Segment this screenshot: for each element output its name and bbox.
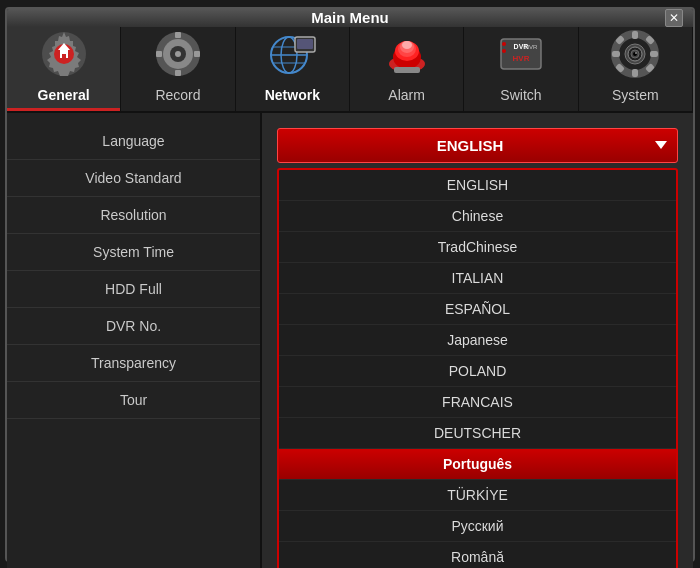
svg-point-32	[502, 49, 506, 53]
selected-language-label: ENGLISH	[437, 137, 504, 154]
left-panel: Language Video Standard Resolution Syste…	[7, 113, 262, 569]
lang-item[interactable]: Chinese	[279, 201, 676, 232]
tab-network[interactable]: Network	[236, 27, 350, 111]
menu-item-language[interactable]: Language	[7, 123, 260, 160]
svg-rect-36	[632, 69, 638, 77]
svg-point-31	[502, 42, 506, 46]
svg-rect-37	[612, 51, 620, 57]
switch-icon: DVR NVR HVR	[493, 27, 548, 82]
svg-point-47	[635, 52, 637, 54]
tab-record-label: Record	[155, 87, 200, 103]
menu-item-dvr-no[interactable]: DVR No.	[7, 308, 260, 345]
tab-network-label: Network	[265, 87, 320, 103]
lang-item[interactable]: ESPAÑOL	[279, 294, 676, 325]
language-dropdown-list[interactable]: ENGLISHChineseTradChineseITALIANESPAÑOLJ…	[277, 168, 678, 569]
lang-item[interactable]: ITALIAN	[279, 263, 676, 294]
svg-rect-26	[394, 67, 420, 73]
svg-rect-19	[297, 39, 313, 49]
svg-text:NVR: NVR	[525, 44, 538, 50]
title-bar: Main Menu ✕	[7, 9, 693, 27]
right-panel: ENGLISH ENGLISHChineseTradChineseITALIAN…	[262, 113, 693, 569]
general-icon	[36, 27, 91, 82]
lang-item[interactable]: FRANCAIS	[279, 387, 676, 418]
main-window: Main Menu ✕ General	[5, 7, 695, 562]
tab-alarm[interactable]: Alarm	[350, 27, 464, 111]
record-icon	[150, 27, 205, 82]
menu-item-tour[interactable]: Tour	[7, 382, 260, 419]
tab-alarm-label: Alarm	[388, 87, 425, 103]
lang-item[interactable]: Română	[279, 542, 676, 569]
tab-switch-label: Switch	[500, 87, 541, 103]
tab-general[interactable]: General	[7, 27, 121, 111]
svg-rect-12	[194, 51, 200, 57]
dropdown-arrow-icon	[655, 141, 667, 149]
svg-point-8	[175, 51, 181, 57]
language-dropdown-header[interactable]: ENGLISH	[277, 128, 678, 163]
lang-item[interactable]: POLAND	[279, 356, 676, 387]
svg-point-25	[402, 41, 412, 49]
window-title: Main Menu	[35, 9, 665, 26]
svg-rect-4	[62, 54, 66, 58]
network-icon	[265, 27, 320, 82]
lang-item[interactable]: TradChinese	[279, 232, 676, 263]
lang-item[interactable]: Русский	[279, 511, 676, 542]
svg-rect-10	[175, 70, 181, 76]
alarm-icon	[379, 27, 434, 82]
menu-item-video-standard[interactable]: Video Standard	[7, 160, 260, 197]
tab-record[interactable]: Record	[121, 27, 235, 111]
lang-item[interactable]: Português	[279, 449, 676, 480]
svg-rect-35	[632, 31, 638, 39]
menu-item-transparency[interactable]: Transparency	[7, 345, 260, 382]
system-icon	[608, 27, 663, 82]
nav-tabs: General Record	[7, 27, 693, 113]
tab-system-label: System	[612, 87, 659, 103]
lang-item[interactable]: DEUTSCHER	[279, 418, 676, 449]
lang-item[interactable]: ENGLISH	[279, 170, 676, 201]
tab-switch[interactable]: DVR NVR HVR Switch	[464, 27, 578, 111]
svg-rect-9	[175, 32, 181, 38]
menu-item-resolution[interactable]: Resolution	[7, 197, 260, 234]
lang-item[interactable]: Japanese	[279, 325, 676, 356]
menu-item-hdd-full[interactable]: HDD Full	[7, 271, 260, 308]
svg-rect-38	[650, 51, 658, 57]
svg-text:HVR: HVR	[513, 54, 530, 63]
content-area: Language Video Standard Resolution Syste…	[7, 113, 693, 569]
tab-system[interactable]: System	[579, 27, 693, 111]
language-list-inner: ENGLISHChineseTradChineseITALIANESPAÑOLJ…	[279, 170, 676, 569]
close-button[interactable]: ✕	[665, 9, 683, 27]
menu-item-system-time[interactable]: System Time	[7, 234, 260, 271]
lang-item[interactable]: TÜRKİYE	[279, 480, 676, 511]
svg-rect-11	[156, 51, 162, 57]
tab-general-label: General	[38, 87, 90, 103]
